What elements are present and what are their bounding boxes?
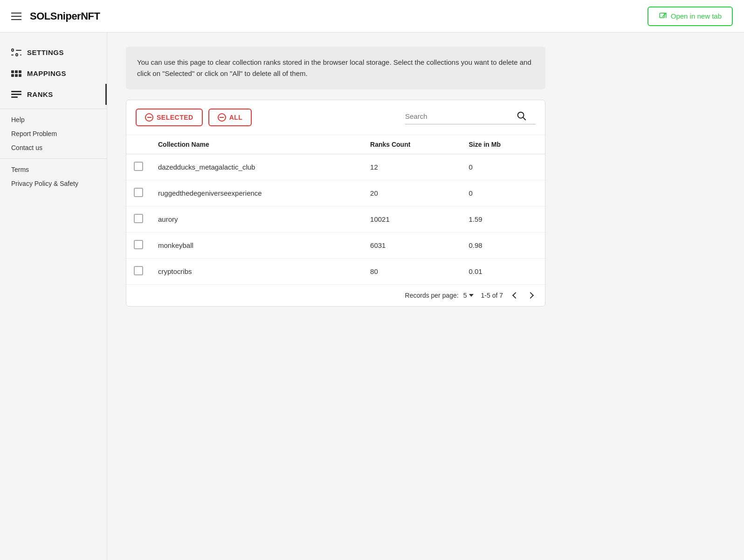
toolbar: SELECTED ALL — [126, 100, 545, 135]
grid-icon — [11, 70, 21, 77]
sidebar-link-help[interactable]: Help — [0, 113, 107, 127]
row-checkbox-cell — [126, 259, 151, 285]
sidebar-divider — [0, 109, 107, 109]
open-in-new-tab-button[interactable]: Open in new tab — [648, 7, 733, 26]
row-ranks-count: 80 — [363, 259, 461, 285]
row-size-mb: 0 — [462, 180, 545, 206]
row-checkbox-4[interactable] — [134, 266, 143, 275]
table-row: aurory 10021 1.59 — [126, 206, 545, 232]
row-ranks-count: 12 — [363, 154, 461, 180]
th-size-mb: Size in Mb — [462, 135, 545, 154]
table-row: cryptocribs 80 0.01 — [126, 259, 545, 285]
chevron-left-icon — [512, 292, 519, 299]
prev-page-button[interactable] — [510, 291, 521, 300]
sidebar-link-report[interactable]: Report Problem — [0, 127, 107, 141]
row-checkbox-2[interactable] — [134, 214, 143, 223]
row-ranks-count: 6031 — [363, 232, 461, 259]
sidebar-link-terms[interactable]: Terms — [0, 163, 107, 177]
row-checkbox-3[interactable] — [134, 240, 143, 249]
sidebar-item-mappings[interactable]: MAPPINGS — [0, 63, 107, 84]
row-collection-name: ruggedthedegeniverseexperience — [151, 180, 363, 206]
sidebar-divider-2 — [0, 158, 107, 159]
row-collection-name: aurory — [151, 206, 363, 232]
records-per-page-select[interactable]: 5 — [463, 292, 474, 299]
ranks-label: RANKS — [27, 90, 53, 98]
table-row: dazedducks_metagalactic_club 12 0 — [126, 154, 545, 180]
row-checkbox-0[interactable] — [134, 162, 143, 171]
row-size-mb: 0.98 — [462, 232, 545, 259]
row-checkbox-cell — [126, 154, 151, 180]
row-checkbox-cell — [126, 180, 151, 206]
sidebar-link-privacy[interactable]: Privacy Policy & Safety — [0, 177, 107, 191]
logo: SOLSniperNFT — [30, 10, 100, 22]
delete-all-button[interactable]: ALL — [208, 109, 252, 126]
th-checkbox — [126, 135, 151, 154]
info-box: You can use this page to clear collectio… — [126, 47, 545, 89]
pagination: Records per page: 5 1-5 of 7 — [126, 284, 545, 306]
external-link-icon — [659, 12, 667, 20]
row-ranks-count: 20 — [363, 180, 461, 206]
minus-bar — [147, 117, 152, 118]
row-size-mb: 1.59 — [462, 206, 545, 232]
th-collection-name: Collection Name — [151, 135, 363, 154]
layout: SETTINGS MAPPINGS RANKS Help — [0, 33, 744, 560]
row-size-mb: 0.01 — [462, 259, 545, 285]
search-input[interactable] — [405, 112, 512, 120]
minus-bar-all — [220, 117, 224, 118]
table-row: monkeyball 6031 0.98 — [126, 232, 545, 259]
row-collection-name: cryptocribs — [151, 259, 363, 285]
minus-circle-all-icon — [218, 113, 226, 122]
th-ranks-count: Ranks Count — [363, 135, 461, 154]
all-label: ALL — [229, 114, 243, 121]
collections-table: Collection Name Ranks Count Size in Mb d… — [126, 135, 545, 284]
row-collection-name: dazedducks_metagalactic_club — [151, 154, 363, 180]
open-tab-label: Open in new tab — [671, 12, 722, 20]
row-checkbox-cell — [126, 206, 151, 232]
minus-circle-selected-icon — [145, 113, 153, 122]
sidebar-link-contact[interactable]: Contact us — [0, 141, 107, 155]
sidebar: SETTINGS MAPPINGS RANKS Help — [0, 33, 107, 560]
mappings-label: MAPPINGS — [27, 69, 66, 77]
search-icon[interactable] — [516, 110, 526, 122]
row-checkbox-1[interactable] — [134, 188, 143, 197]
records-per-page-value: 5 — [463, 292, 467, 299]
sidebar-item-settings[interactable]: SETTINGS — [0, 42, 107, 63]
records-per-page-label: Records per page: — [405, 292, 459, 299]
next-page-button[interactable] — [525, 291, 536, 300]
row-collection-name: monkeyball — [151, 232, 363, 259]
row-checkbox-cell — [126, 232, 151, 259]
header-left: SOLSniperNFT — [11, 10, 100, 22]
table-header-row: Collection Name Ranks Count Size in Mb — [126, 135, 545, 154]
main-content: You can use this page to clear collectio… — [107, 33, 744, 560]
search-wrapper — [405, 110, 536, 124]
settings-icon — [11, 49, 21, 56]
table-card: SELECTED ALL — [126, 100, 545, 307]
svg-line-2 — [523, 117, 525, 120]
table-row: ruggedthedegeniverseexperience 20 0 — [126, 180, 545, 206]
delete-selected-button[interactable]: SELECTED — [136, 109, 203, 126]
row-ranks-count: 10021 — [363, 206, 461, 232]
header: SOLSniperNFT Open in new tab — [0, 0, 744, 33]
sidebar-item-ranks[interactable]: RANKS — [0, 84, 107, 105]
chevron-right-icon — [527, 292, 534, 299]
dropdown-arrow-icon — [469, 294, 474, 297]
list-icon — [11, 91, 21, 98]
info-text: You can use this page to clear collectio… — [137, 58, 531, 77]
settings-label: SETTINGS — [27, 48, 64, 56]
hamburger-menu[interactable] — [11, 13, 21, 20]
row-size-mb: 0 — [462, 154, 545, 180]
page-info: 1-5 of 7 — [481, 292, 503, 299]
selected-label: SELECTED — [157, 114, 193, 121]
